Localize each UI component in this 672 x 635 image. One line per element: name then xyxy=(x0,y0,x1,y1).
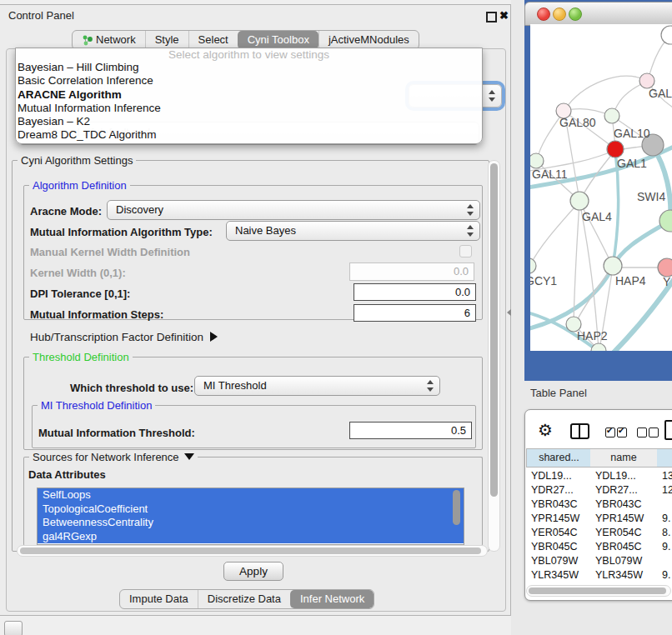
attribute-item[interactable]: TopologicalCoefficient xyxy=(38,502,464,517)
table-row[interactable]: YLR345WYLR345W9. xyxy=(526,568,672,582)
mi-algorithm-type-combo[interactable]: Naive Bayes xyxy=(226,221,480,241)
node-label: GAL4 xyxy=(582,210,612,223)
table-cell: YER054C xyxy=(595,526,642,540)
table-cell: YDR27... xyxy=(531,483,574,498)
column-header[interactable] xyxy=(657,448,672,468)
network-edge[interactable] xyxy=(653,147,670,221)
stepper-arrows-icon xyxy=(467,204,474,216)
network-edge[interactable] xyxy=(530,202,579,265)
table-cell: YIL052C xyxy=(595,582,636,584)
table-row[interactable]: YDL19...YDL19...13 xyxy=(526,469,672,483)
gear-icon[interactable]: ⚙ xyxy=(538,422,553,438)
table-row[interactable]: YBR045CYBR045C9. xyxy=(526,540,672,554)
mi-algorithm-type-label: Mutual Information Algorithm Type: xyxy=(30,226,213,238)
which-threshold-combo[interactable]: MI Threshold xyxy=(194,376,440,396)
float-window-icon[interactable] xyxy=(486,12,497,22)
kernel-width-field[interactable]: 0.0 xyxy=(349,262,474,281)
algorithm-option[interactable]: ARACNE Algorithm xyxy=(16,88,482,102)
aracne-mode-combo[interactable]: Discovery xyxy=(107,200,480,220)
network-node[interactable] xyxy=(658,258,672,277)
stepper-arrows-icon xyxy=(489,90,496,102)
new-table-icon[interactable] xyxy=(664,420,672,440)
mi-threshold-field[interactable]: 0.5 xyxy=(349,422,472,439)
node-label: HAP4 xyxy=(615,274,646,288)
attribute-item[interactable]: BetweennessCentrality xyxy=(38,516,464,530)
table-row[interactable]: YPR145WYPR145W9. xyxy=(526,512,672,526)
attribute-item[interactable]: SelfLoops xyxy=(38,488,464,502)
network-edge[interactable] xyxy=(564,76,648,110)
algorithm-option[interactable]: Bayesian – K2 xyxy=(16,115,482,128)
node-label: GCY1 xyxy=(530,274,557,288)
column-header[interactable]: name xyxy=(590,448,658,468)
mi-algorithm-type-value: Naive Bayes xyxy=(235,224,296,237)
settings-horizontal-scrollbar[interactable] xyxy=(17,545,488,557)
network-node[interactable] xyxy=(530,258,536,273)
table-row[interactable]: YIL052CYIL052C9 xyxy=(526,582,672,584)
tab-infer-network[interactable]: Infer Network xyxy=(290,590,374,608)
column-header[interactable]: shared... xyxy=(526,448,592,468)
network-node[interactable] xyxy=(604,108,619,123)
table-cell: YLR345W xyxy=(531,568,579,582)
manual-kernel-width-checkbox[interactable] xyxy=(459,245,472,258)
network-node[interactable] xyxy=(604,257,622,275)
network-edge[interactable] xyxy=(579,202,599,350)
collapsed-panel-icon[interactable] xyxy=(4,621,23,635)
attributes-list-scrollbar[interactable] xyxy=(453,490,460,525)
node-label: GAL80 xyxy=(559,116,596,129)
hub-definition-label: Hub/Transcription Factor Definition xyxy=(30,331,203,343)
algorithm-option[interactable]: Dream8 DC_TDC Algorithm xyxy=(16,128,482,142)
tab-select[interactable]: Select xyxy=(188,31,238,49)
aracne-mode-label: Aracne Mode: xyxy=(30,205,102,218)
algorithm-option[interactable]: Mutual Information Inference xyxy=(16,102,482,115)
show-columns-icon[interactable] xyxy=(570,423,589,439)
manual-kernel-width-label: Manual Kernel Width Definition xyxy=(30,246,190,258)
network-node[interactable] xyxy=(659,210,672,232)
table-row[interactable]: YDR27...YDR27...12 xyxy=(526,483,672,498)
algorithm-option[interactable]: Basic Correlation Inference xyxy=(16,74,482,88)
tab-style[interactable]: Style xyxy=(145,31,188,49)
maximize-window-icon[interactable] xyxy=(569,8,582,21)
apply-button[interactable]: Apply xyxy=(223,562,283,581)
tab-cyni-toolbox[interactable]: Cyni Toolbox xyxy=(238,31,318,49)
settings-vertical-scrollbar[interactable] xyxy=(488,160,500,552)
table-cell: YBR045C xyxy=(531,540,578,554)
table-horizontal-scrollbar[interactable] xyxy=(526,585,671,597)
dpi-tolerance-field[interactable]: 0.0 xyxy=(354,283,476,301)
minimize-window-icon[interactable] xyxy=(553,8,566,21)
data-attributes-label: Data Attributes xyxy=(28,468,106,481)
tab-network[interactable]: Network xyxy=(73,31,145,49)
table-cell: 9. xyxy=(662,540,670,554)
network-node[interactable] xyxy=(530,153,544,168)
node-label: GAL10 xyxy=(614,127,650,140)
network-node[interactable] xyxy=(661,26,672,44)
algorithm-option[interactable]: Bayesian – Hill Climbing xyxy=(16,61,482,74)
network-icon xyxy=(82,35,93,46)
table-cell: YDL19... xyxy=(531,469,572,483)
control-panel-title: Control Panel xyxy=(8,9,74,22)
threshold-definition-legend: Threshold Definition xyxy=(29,351,133,363)
tab-label: Discretize Data xyxy=(208,590,281,608)
sources-legend[interactable]: Sources for Network Inference xyxy=(29,451,198,463)
tab-label: jActiveMNodules xyxy=(328,31,409,49)
network-node[interactable] xyxy=(570,192,589,210)
table-cell: YBL079W xyxy=(531,554,578,568)
tab-discretize-data[interactable]: Discretize Data xyxy=(198,590,290,608)
tab-impute-data[interactable]: Impute Data xyxy=(120,590,198,608)
table-row[interactable]: YBL079WYBL079W xyxy=(526,554,672,568)
table-row[interactable]: YER054CYER054C8. xyxy=(526,526,672,540)
table-row[interactable]: YBR043CYBR043C xyxy=(526,498,672,512)
mi-steps-field[interactable]: 6 xyxy=(354,304,476,322)
tab-label: Select xyxy=(198,31,228,49)
attribute-item[interactable]: gal4RGexp xyxy=(38,530,464,544)
tab-jactivemnodules[interactable]: jActiveMNodules xyxy=(318,31,419,49)
tab-label: Network xyxy=(96,31,136,49)
close-window-icon[interactable] xyxy=(537,8,550,21)
node-label: GAL11 xyxy=(532,168,568,181)
table-cell: 13 xyxy=(662,469,672,483)
network-canvas[interactable]: GALGAL80GAL10GAL1GAL11SWI4GAL4GCY1HAP4YH… xyxy=(530,24,672,351)
network-node[interactable] xyxy=(607,141,624,158)
hub-definition-toggle[interactable]: Hub/Transcription Factor Definition xyxy=(30,331,218,343)
mi-threshold-label: Mutual Information Threshold: xyxy=(38,427,195,439)
select-all-columns-icon[interactable] xyxy=(605,426,627,441)
deselect-all-columns-icon[interactable] xyxy=(637,426,659,441)
